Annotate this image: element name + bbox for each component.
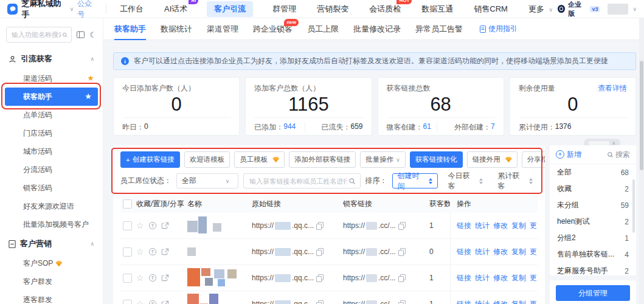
- nav-customer-acquisition[interactable]: 客户引流: [207, 1, 253, 17]
- link-external-use-button[interactable]: 链接外用: [467, 151, 518, 168]
- batch-operation-dropdown[interactable]: 批量操作∨: [360, 151, 406, 168]
- action-copy[interactable]: 复制: [511, 273, 526, 283]
- share-icon[interactable]: [161, 222, 169, 230]
- favorite-star-icon[interactable]: ☆: [136, 300, 144, 304]
- favorite-star-icon[interactable]: ☆: [136, 274, 144, 282]
- action-edit[interactable]: 修改: [493, 221, 508, 231]
- tab-acquisition-assistant[interactable]: 获客助手: [114, 18, 146, 40]
- nav-group-management[interactable]: 群管理: [271, 1, 297, 17]
- action-more[interactable]: 更多: [530, 221, 538, 231]
- action-link[interactable]: 链接: [457, 299, 471, 304]
- copy-icon[interactable]: [398, 222, 405, 229]
- dark-mode-moon-icon[interactable]: ☾: [89, 31, 97, 39]
- nav-sales-crm[interactable]: 销售CRM: [473, 1, 509, 17]
- tab-cross-enterprise-lock[interactable]: 跨企业锁客new: [253, 18, 293, 40]
- tab-data-statistics[interactable]: 数据统计: [161, 18, 192, 40]
- action-copy[interactable]: 复制: [511, 247, 526, 257]
- pin-top-icon[interactable]: [148, 300, 157, 304]
- nav-workbench[interactable]: 工作台: [119, 1, 145, 17]
- action-statistics[interactable]: 统计: [475, 299, 490, 304]
- sort-by-today[interactable]: 今日获客: [443, 173, 488, 188]
- sort-by-create-time[interactable]: 创建时间: [392, 173, 438, 188]
- pin-top-icon[interactable]: [148, 221, 157, 230]
- sidebar-section-acquisition[interactable]: 引流获客 ∧: [0, 49, 103, 69]
- action-statistics[interactable]: 统计: [475, 247, 490, 257]
- action-statistics[interactable]: 统计: [475, 221, 490, 231]
- welcome-template-button[interactable]: 欢迎语模板: [184, 151, 230, 168]
- add-group-button[interactable]: +新增: [556, 150, 581, 160]
- favorite-star-icon[interactable]: ☆: [136, 247, 144, 256]
- sidebar-item-customer-sop[interactable]: 客户SOP: [0, 254, 103, 272]
- nav-marketing-fission[interactable]: 营销裂变: [316, 1, 350, 17]
- action-more[interactable]: 更多: [530, 299, 538, 304]
- action-copy[interactable]: 复制: [511, 221, 526, 231]
- share-metrics-button[interactable]: 分享指标: [522, 151, 545, 168]
- tab-abnormal-staff-alert[interactable]: 异常员工告警: [415, 18, 463, 40]
- group-search-button[interactable]: 搜索: [607, 150, 630, 160]
- group-manage-button[interactable]: 分组管理: [556, 285, 630, 301]
- usage-guide-link[interactable]: 使用指引: [480, 24, 518, 34]
- create-link-button[interactable]: +创建获客链接: [120, 151, 180, 168]
- nav-more[interactable]: 更多 ∨: [527, 1, 558, 17]
- scrollbar-thumb[interactable]: [640, 61, 643, 170]
- sidebar-item-batch-video-customers[interactable]: 批量添加视频号客户: [0, 215, 103, 233]
- account-chevron-down-icon[interactable]: ∨: [632, 6, 637, 12]
- action-copy[interactable]: 复制: [511, 299, 526, 304]
- action-link[interactable]: 链接: [457, 273, 471, 283]
- group-item[interactable]: 售前单独获客链... 4: [550, 246, 636, 263]
- action-more[interactable]: 更多: [530, 273, 538, 283]
- brand-chevron-down-icon[interactable]: ∨: [70, 6, 74, 12]
- pin-top-icon[interactable]: [148, 274, 157, 282]
- action-edit[interactable]: 修改: [493, 273, 508, 283]
- share-icon[interactable]: [161, 274, 169, 282]
- favorite-star-icon[interactable]: ★: [87, 69, 94, 88]
- group-item[interactable]: 芝麻服务号助手 2: [550, 263, 636, 275]
- seat-status-select[interactable]: 全部∨: [176, 173, 238, 188]
- action-link[interactable]: 链接: [457, 221, 471, 231]
- link-conversion-button[interactable]: 获客链接转化: [410, 151, 463, 168]
- copy-icon[interactable]: [398, 248, 405, 255]
- sidebar-item-chase-broadcast[interactable]: 逐客群发: [0, 291, 103, 304]
- row-checkbox[interactable]: [123, 274, 132, 283]
- copy-icon[interactable]: [398, 300, 405, 304]
- view-details-link[interactable]: 查看详情: [598, 83, 627, 94]
- add-external-link-button[interactable]: 添加外部获客链接: [289, 151, 356, 168]
- link-search-input[interactable]: [248, 177, 348, 185]
- sidebar-item-customer-broadcast[interactable]: 客户群发: [0, 272, 103, 291]
- nav-data-interchange[interactable]: 数据互通: [420, 1, 454, 17]
- group-item[interactable]: 未分组 59: [550, 197, 636, 213]
- official-account-link[interactable]: 公众号: [77, 0, 99, 19]
- tab-channel-management[interactable]: 渠道管理: [207, 18, 238, 40]
- nav-ai-script[interactable]: AI话术AI: [163, 1, 189, 17]
- sidebar-item-lock-qr[interactable]: 锁客活码: [0, 179, 103, 197]
- sidebar-item-order-qr[interactable]: 点单活码: [0, 106, 103, 124]
- sidebar-section-marketing[interactable]: 客户营销 ∧: [0, 233, 103, 254]
- share-icon[interactable]: [161, 248, 169, 256]
- sidebar-item-acquisition-assistant[interactable]: 获客助手★: [5, 88, 98, 106]
- pin-top-icon[interactable]: [148, 247, 157, 256]
- window-scrollbar[interactable]: [639, 18, 644, 304]
- group-item[interactable]: 分组2 1: [550, 230, 636, 246]
- tab-staff-limit[interactable]: 员工上限: [307, 18, 339, 40]
- select-all-checkbox[interactable]: [123, 199, 132, 209]
- sidebar-item-store-qr[interactable]: 门店活码: [0, 124, 103, 142]
- copy-icon[interactable]: [316, 222, 323, 229]
- copy-icon[interactable]: [398, 274, 405, 282]
- share-icon[interactable]: [161, 300, 169, 304]
- sidebar-item-channel-qr[interactable]: 渠道活码★: [0, 69, 103, 88]
- staff-template-button[interactable]: 员工模板: [234, 151, 285, 168]
- action-more[interactable]: 更多: [530, 247, 538, 257]
- sidebar-search-input[interactable]: [10, 30, 62, 39]
- copy-icon[interactable]: [316, 300, 323, 304]
- row-checkbox[interactable]: [123, 300, 132, 304]
- collapse-panel-icon[interactable]: [77, 31, 85, 38]
- copy-icon[interactable]: [316, 274, 323, 282]
- favorite-star-icon[interactable]: ★: [85, 88, 92, 106]
- action-edit[interactable]: 修改: [493, 299, 508, 304]
- action-edit[interactable]: 修改: [493, 247, 508, 257]
- group-item[interactable]: helen测试 2: [550, 213, 636, 230]
- row-checkbox[interactable]: [123, 221, 132, 230]
- sidebar-item-city-qr[interactable]: 城市活码: [0, 142, 103, 161]
- action-link[interactable]: 链接: [457, 247, 471, 257]
- tab-batch-modify-log[interactable]: 批量修改记录: [353, 18, 401, 40]
